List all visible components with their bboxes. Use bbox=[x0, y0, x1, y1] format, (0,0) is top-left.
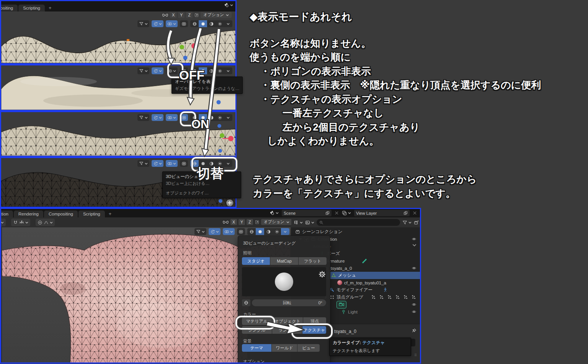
outliner-tree-icon bbox=[294, 220, 299, 225]
tab-rendering[interactable]: Rendering bbox=[14, 211, 43, 217]
display-mode-dropdown[interactable] bbox=[294, 220, 303, 225]
xray-toggle[interactable] bbox=[180, 160, 188, 167]
gizmos-button[interactable] bbox=[152, 114, 163, 121]
object-visibility-button[interactable] bbox=[194, 228, 206, 235]
axis-z-button[interactable]: Z bbox=[186, 12, 193, 18]
options-dropdown[interactable]: オプション bbox=[201, 12, 232, 18]
shading-solid-button[interactable] bbox=[256, 228, 264, 235]
gizmo-icon bbox=[153, 69, 158, 73]
shading-dropdown[interactable] bbox=[224, 114, 232, 121]
hide-toggle[interactable] bbox=[412, 237, 416, 242]
collapse-chevron[interactable] bbox=[412, 244, 416, 246]
bg-world-button[interactable]: ワールド bbox=[272, 344, 297, 352]
overlays-toggle[interactable] bbox=[166, 20, 178, 27]
shading-wireframe-button[interactable] bbox=[190, 20, 199, 27]
shading-dropdown-open[interactable] bbox=[281, 228, 289, 235]
axis-x-button[interactable]: X bbox=[230, 219, 237, 225]
shading-dropdown[interactable] bbox=[224, 20, 232, 27]
close-icon[interactable] bbox=[413, 211, 417, 215]
tab-scripting[interactable]: Scripting bbox=[78, 211, 105, 217]
hide-toggle[interactable] bbox=[412, 309, 416, 314]
overlays-toggle[interactable] bbox=[223, 228, 235, 235]
row-label: モディファイアー bbox=[336, 287, 372, 293]
rotation-slider[interactable]: 回転 0° bbox=[252, 299, 326, 306]
overlays-toggle[interactable] bbox=[166, 160, 178, 167]
shading-material-button[interactable] bbox=[207, 67, 216, 74]
overlays-icon bbox=[167, 115, 172, 120]
shading-rendered-button[interactable] bbox=[216, 20, 224, 27]
shading-dropdown[interactable] bbox=[224, 67, 232, 74]
world-space-button[interactable] bbox=[242, 299, 250, 306]
overlays-toggle[interactable] bbox=[166, 114, 178, 121]
gizmos-button[interactable] bbox=[152, 20, 163, 27]
snap-icon[interactable] bbox=[255, 220, 260, 225]
shading-material-button[interactable] bbox=[207, 20, 216, 27]
shading-material-button[interactable] bbox=[264, 228, 273, 235]
overlays-icon bbox=[224, 229, 229, 234]
shading-rendered-button[interactable] bbox=[273, 228, 281, 235]
object-visibility-button[interactable] bbox=[137, 67, 149, 74]
hide-toggle[interactable] bbox=[412, 302, 416, 307]
gizmos-button[interactable] bbox=[152, 67, 163, 74]
annotation-line: テクスチャありでさらにオプションのところから bbox=[250, 172, 477, 186]
studio-button[interactable]: スタジオ bbox=[242, 257, 270, 265]
axis-y-button[interactable]: Y bbox=[178, 12, 185, 18]
editor-type-dropdown[interactable] bbox=[0, 219, 6, 226]
object-visibility-button[interactable] bbox=[137, 114, 149, 121]
shading-rendered-button[interactable] bbox=[216, 67, 224, 74]
xray-toggle[interactable] bbox=[237, 228, 245, 235]
snap-options-row: X Y Z オプション bbox=[222, 219, 292, 225]
bg-theme-button[interactable]: テーマ bbox=[242, 344, 271, 352]
tab-scripting[interactable]: Scripting bbox=[18, 5, 45, 11]
scene-name: Scene bbox=[284, 211, 323, 215]
gizmos-button[interactable] bbox=[152, 160, 163, 167]
shading-solid-button[interactable] bbox=[199, 20, 207, 27]
copy-icon[interactable] bbox=[325, 211, 330, 215]
pin-icon[interactable] bbox=[412, 328, 416, 333]
magnet-icon[interactable] bbox=[13, 220, 18, 225]
scene-type-dropdown[interactable] bbox=[270, 211, 279, 215]
xray-toggle[interactable] bbox=[180, 20, 188, 27]
viewport-shading-cluster bbox=[194, 228, 289, 235]
new-collection-icon[interactable] bbox=[414, 220, 419, 225]
object-visibility-button[interactable] bbox=[137, 20, 149, 27]
options-dropdown[interactable]: オプション bbox=[261, 219, 292, 225]
tab-animation[interactable]: ation bbox=[0, 211, 13, 217]
proportional-edit-icon[interactable] bbox=[38, 220, 42, 225]
filter-dropdown[interactable] bbox=[402, 220, 412, 225]
bg-viewport-button[interactable]: ビュー bbox=[297, 344, 320, 352]
axis-z-button[interactable]: Z bbox=[247, 219, 253, 225]
close-icon[interactable] bbox=[335, 211, 339, 215]
shading-wireframe-button[interactable] bbox=[247, 228, 256, 235]
annotation-line: ・ポリゴンの表示非表示 bbox=[250, 64, 541, 78]
snap-icon[interactable] bbox=[194, 13, 199, 18]
object-visibility-button[interactable] bbox=[137, 160, 149, 167]
viewlayer-type-dropdown[interactable] bbox=[342, 211, 351, 215]
flat-button[interactable]: フラット bbox=[299, 257, 327, 265]
vertex-group-icon bbox=[379, 295, 384, 300]
gizmos-button[interactable] bbox=[209, 228, 220, 235]
tooltip-line: ギズモやアウトラインのような… bbox=[175, 86, 239, 91]
tab-compositing[interactable]: Compositing bbox=[44, 211, 78, 217]
xray-icon bbox=[181, 161, 186, 166]
mirror-icon bbox=[162, 13, 168, 18]
outliner-row-scene-collection[interactable]: シーンコレクション bbox=[291, 228, 421, 235]
axis-y-button[interactable]: Y bbox=[238, 219, 245, 225]
matcap-button[interactable]: MatCap bbox=[270, 257, 298, 265]
search-input[interactable] bbox=[317, 219, 400, 226]
add-tab-button[interactable]: + bbox=[106, 210, 115, 217]
axis-x-button[interactable]: X bbox=[170, 12, 176, 18]
viewlayer-name-field[interactable]: View Layer bbox=[354, 210, 410, 216]
filter-id-dropdown[interactable] bbox=[305, 220, 314, 225]
hide-toggle[interactable] bbox=[412, 266, 416, 271]
falloff-curve-icon[interactable] bbox=[44, 220, 49, 225]
matcap-preview[interactable] bbox=[242, 267, 326, 296]
gear-icon[interactable] bbox=[318, 270, 326, 278]
scene-selector[interactable] bbox=[224, 3, 233, 8]
snap-target-icon[interactable] bbox=[19, 220, 24, 225]
add-tab-button[interactable]: + bbox=[46, 4, 55, 11]
shading-rendered-button[interactable] bbox=[216, 114, 224, 121]
scene-name-field[interactable]: Scene bbox=[282, 210, 332, 216]
tab-compositing[interactable]: ositing bbox=[0, 5, 18, 11]
copy-icon[interactable] bbox=[403, 211, 408, 215]
